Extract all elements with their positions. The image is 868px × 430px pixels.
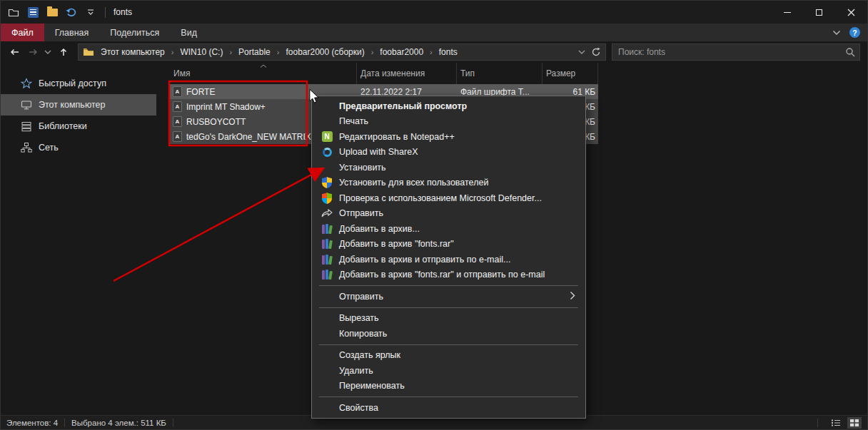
tab-home[interactable]: Главная	[44, 24, 100, 41]
column-header-date[interactable]: Дата изменения	[357, 63, 457, 84]
sidebar-item-libraries[interactable]: Библиотеки	[1, 116, 156, 137]
defender-shield-icon	[321, 193, 333, 204]
help-button[interactable]	[849, 27, 860, 38]
properties-quick-button[interactable]	[26, 6, 39, 19]
sharex-icon	[323, 148, 332, 157]
statusbar-separator	[173, 419, 173, 427]
ribbon-tab-bar: Файл Главная Поделиться Вид	[1, 24, 867, 41]
sidebar-item-quick-access[interactable]: Быстрый доступ	[1, 73, 156, 94]
address-bar-controls	[578, 47, 602, 57]
menu-item-rename[interactable]: Переименовать	[312, 379, 585, 394]
file-name: Imprint MT Shadow+	[186, 102, 266, 112]
sidebar-item-label: Библиотеки	[39, 121, 87, 131]
navigation-bar: Этот компьютер WIN10 (C:) Portable fooba…	[1, 41, 867, 63]
properties-icon	[28, 7, 39, 18]
quick-access-toolbar: fonts	[1, 1, 132, 24]
breadcrumb-separator-icon[interactable]	[228, 48, 233, 56]
chevron-down-icon	[44, 50, 51, 55]
thumbnails-view-button[interactable]	[847, 417, 862, 429]
statusbar-separator	[817, 419, 818, 427]
breadcrumb-separator-icon[interactable]	[276, 48, 281, 56]
breadcrumb-item[interactable]: Этот компьютер	[99, 47, 167, 57]
menu-item-add-to-archive[interactable]: Добавить в архив...	[312, 221, 585, 237]
details-view-button[interactable]	[829, 417, 843, 429]
maximize-button[interactable]	[803, 1, 835, 24]
back-arrow-icon	[9, 46, 20, 58]
sidebar-item-network[interactable]: Сеть	[1, 137, 156, 158]
back-button[interactable]	[4, 43, 25, 61]
forward-button[interactable]	[25, 43, 42, 61]
search-input[interactable]	[617, 46, 845, 58]
undo-quick-button[interactable]	[65, 6, 78, 19]
uac-shield-icon	[321, 177, 333, 188]
breadcrumb-separator-icon[interactable]	[370, 48, 375, 56]
sidebar-item-label: Этот компьютер	[39, 100, 105, 110]
menu-item-preview[interactable]: Предварительный просмотр	[312, 98, 585, 114]
breadcrumb-separator-icon[interactable]	[428, 48, 434, 56]
menu-item-install-all-users[interactable]: Установить для всех пользователей	[312, 175, 585, 191]
menu-item-add-to-archive-named[interactable]: Добавить в архив "fonts.rar"	[312, 237, 585, 252]
computer-icon	[21, 99, 32, 111]
minimize-button[interactable]	[771, 1, 803, 24]
recent-locations-chevron[interactable]	[42, 43, 54, 61]
breadcrumb-separator-icon[interactable]	[170, 48, 176, 56]
star-icon	[21, 78, 32, 89]
up-arrow-icon	[58, 46, 69, 58]
minimize-icon	[784, 12, 791, 13]
tab-view[interactable]: Вид	[170, 24, 208, 41]
window-title: fonts	[113, 7, 132, 17]
items-count: Элементов: 4	[6, 419, 58, 427]
new-folder-icon	[47, 9, 58, 16]
share-icon	[321, 209, 333, 218]
up-button[interactable]	[54, 43, 74, 61]
details-view-icon	[831, 419, 841, 427]
menu-item-upload-sharex[interactable]: Upload with ShareX	[312, 145, 585, 160]
column-header-name[interactable]: Имя	[170, 63, 357, 84]
breadcrumb-item[interactable]: fonts	[437, 47, 460, 57]
column-header-size[interactable]: Размер	[542, 63, 598, 84]
explorer-app-icon	[7, 6, 20, 19]
menu-item-delete[interactable]: Удалить	[312, 363, 585, 379]
file-name: FORTE	[186, 87, 215, 97]
search-box	[612, 43, 860, 61]
customize-qat-chevron-icon[interactable]	[84, 6, 97, 19]
breadcrumb-item[interactable]: Portable	[236, 47, 273, 57]
new-folder-quick-button[interactable]	[46, 6, 59, 19]
menu-item-send-to[interactable]: Отправить	[312, 289, 585, 304]
statusbar-separator	[64, 419, 65, 427]
breadcrumb-item[interactable]: foobar2000 (сборки)	[283, 47, 366, 57]
search-icon[interactable]	[845, 47, 855, 57]
ribbon-collapse-chevron-icon[interactable]	[832, 30, 841, 36]
menu-item-copy[interactable]: Копировать	[312, 326, 585, 342]
menu-item-archive-named-email[interactable]: Добавить в архив "fonts.rar" и отправить…	[312, 267, 585, 283]
menu-separator	[319, 396, 578, 397]
menu-item-archive-email[interactable]: Добавить в архив и отправить по e-mail..…	[312, 252, 585, 267]
thumbnails-view-icon	[849, 419, 859, 427]
breadcrumb-item[interactable]: WIN10 (C:)	[178, 47, 225, 57]
menu-item-install[interactable]: Установить	[312, 160, 585, 175]
menu-item-cut[interactable]: Вырезать	[312, 311, 585, 327]
menu-item-defender-scan[interactable]: Проверка с использованием Microsoft Defe…	[312, 190, 585, 206]
column-header-type[interactable]: Тип	[457, 63, 542, 84]
network-icon	[21, 142, 32, 153]
ribbon-right-controls	[832, 24, 867, 41]
font-file-icon	[173, 101, 182, 112]
menu-item-share[interactable]: Отправить	[312, 206, 585, 222]
tab-file[interactable]: Файл	[1, 24, 44, 41]
sidebar-item-this-pc[interactable]: Этот компьютер	[1, 94, 156, 116]
menu-item-properties[interactable]: Свойства	[312, 400, 585, 416]
close-button[interactable]	[835, 1, 867, 24]
address-dropdown-chevron-icon[interactable]	[578, 50, 585, 55]
menu-item-create-shortcut[interactable]: Создать ярлык	[312, 348, 585, 364]
window-controls	[771, 1, 867, 24]
selection-info: Выбрано 4 элем.: 511 КБ	[71, 419, 166, 427]
winrar-icon	[322, 270, 332, 280]
menu-item-print[interactable]: Печать	[312, 114, 585, 130]
address-bar[interactable]: Этот компьютер WIN10 (C:) Portable fooba…	[78, 43, 606, 61]
close-icon	[847, 9, 855, 16]
breadcrumb-item[interactable]: foobar2000	[378, 47, 425, 57]
tab-share[interactable]: Поделиться	[99, 24, 170, 41]
font-file-icon	[173, 116, 182, 127]
refresh-icon[interactable]	[591, 47, 601, 57]
menu-item-edit-notepadpp[interactable]: Редактировать в Notepad++	[312, 129, 585, 145]
